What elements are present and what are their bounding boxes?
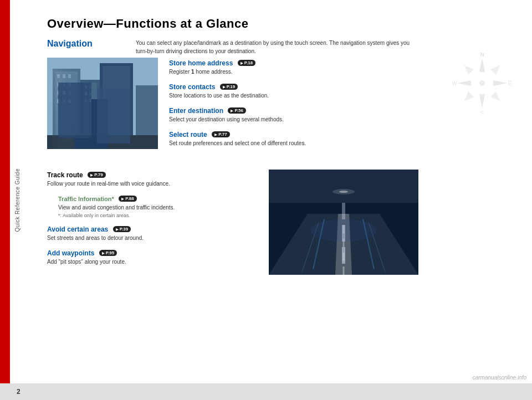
- svg-rect-8: [68, 83, 71, 86]
- navigation-heading: Navigation: [47, 39, 136, 49]
- feature-enter-destination-badge: P.56: [228, 107, 245, 114]
- svg-rect-14: [68, 99, 71, 103]
- feature-select-route-badge: P.77: [212, 131, 229, 137]
- feature-track-route-title: Track route: [47, 171, 83, 179]
- svg-rect-2: [55, 71, 78, 146]
- sidebar-text: Quick Reference Guide: [0, 0, 30, 400]
- feature-enter-destination-desc: Select your destination using several me…: [169, 116, 515, 124]
- feature-traffic: Traffic Information* P.88 View and avoid…: [53, 193, 258, 218]
- svg-marker-35: [464, 65, 474, 75]
- svg-text:E: E: [508, 80, 512, 86]
- feature-select-route-desc: Set route preferences and select one of …: [169, 140, 515, 147]
- page-title: Overview—Functions at a Glance: [47, 17, 515, 31]
- watermark: carmanualsonline.info: [473, 375, 526, 381]
- page-number: 2: [17, 388, 21, 396]
- nav-top-row: Store home address P.18 Register 1 home …: [47, 58, 515, 153]
- feature-traffic-badge: P.88: [119, 196, 136, 202]
- svg-text:N: N: [480, 53, 484, 58]
- svg-marker-28: [479, 58, 485, 72]
- feature-enter-destination-title: Enter destination: [169, 107, 223, 115]
- svg-rect-18: [89, 85, 91, 89]
- svg-rect-20: [89, 92, 91, 95]
- feature-store-contacts-badge: P.19: [220, 84, 238, 90]
- feature-waypoints: Add waypoints P.95 Add "pit stops" along…: [47, 248, 258, 266]
- nav-description-block: You can select any place/landmark as a d…: [136, 39, 410, 55]
- svg-marker-31: [493, 80, 507, 86]
- svg-rect-42: [269, 170, 418, 203]
- feature-avoid-areas-desc: Set streets and areas to detour around.: [47, 234, 258, 242]
- compass-area: N S E W: [452, 53, 513, 116]
- feature-traffic-title: Traffic Information*: [58, 196, 114, 202]
- feature-track-route-badge: P.79: [88, 172, 105, 178]
- feature-store-home-title: Store home address: [169, 59, 233, 67]
- feature-store-contacts-title: Store contacts: [169, 83, 215, 91]
- svg-marker-33: [490, 91, 500, 101]
- feature-track-route: Track route P.79 Follow your route in re…: [47, 170, 258, 188]
- svg-rect-11: [68, 91, 71, 95]
- svg-marker-29: [479, 94, 485, 108]
- feature-waypoints-title: Add waypoints: [47, 249, 94, 257]
- sidebar: Quick Reference Guide: [0, 0, 30, 400]
- svg-text:S: S: [480, 110, 484, 114]
- feature-avoid-areas-badge: P.39: [113, 226, 131, 232]
- feature-store-home-badge: P.18: [238, 60, 255, 66]
- feature-select-route-title: Select route: [169, 131, 207, 139]
- main-content: Overview—Functions at a Glance Navigatio…: [30, 0, 532, 383]
- svg-rect-21: [85, 99, 87, 102]
- svg-rect-27: [53, 69, 80, 149]
- svg-rect-24: [103, 66, 130, 146]
- svg-point-52: [310, 219, 377, 242]
- feature-traffic-desc: View and avoid congestion and traffic in…: [58, 204, 258, 212]
- svg-rect-10: [63, 91, 65, 95]
- feature-select-route: Select route P.77 Set route preferences …: [169, 129, 515, 147]
- svg-point-51: [339, 191, 348, 193]
- svg-rect-7: [63, 83, 65, 86]
- svg-marker-30: [457, 80, 471, 86]
- bottom-features: Track route P.79 Follow your route in re…: [47, 170, 258, 275]
- road-image: [269, 170, 418, 275]
- bottom-bar: 2: [0, 383, 532, 400]
- svg-rect-17: [85, 85, 87, 89]
- nav-desc-line1: You can select any place/landmark as a d…: [136, 39, 410, 47]
- feature-avoid-areas: Avoid certain areas P.39 Set streets and…: [47, 224, 258, 242]
- feature-avoid-areas-title: Avoid certain areas: [47, 225, 108, 233]
- nav-desc-line2: turn-by-turn driving directions to your …: [136, 47, 410, 55]
- sidebar-label: Quick Reference Guide: [14, 168, 21, 232]
- svg-rect-13: [63, 99, 65, 103]
- svg-point-36: [479, 80, 485, 86]
- nav-header-row: Navigation You can select any place/land…: [47, 39, 515, 55]
- svg-marker-32: [490, 65, 500, 75]
- svg-rect-19: [85, 92, 87, 95]
- feature-waypoints-badge: P.95: [99, 250, 117, 256]
- feature-waypoints-desc: Add "pit stops" along your route.: [47, 258, 258, 266]
- bottom-section: Track route P.79 Follow your route in re…: [47, 170, 515, 275]
- svg-marker-34: [464, 91, 474, 101]
- feature-track-route-desc: Follow your route in real-time with voic…: [47, 180, 258, 188]
- svg-text:W: W: [452, 80, 457, 86]
- svg-rect-22: [89, 99, 91, 102]
- feature-traffic-note: *: Available only in certain areas.: [58, 213, 258, 218]
- city-image: [47, 58, 158, 149]
